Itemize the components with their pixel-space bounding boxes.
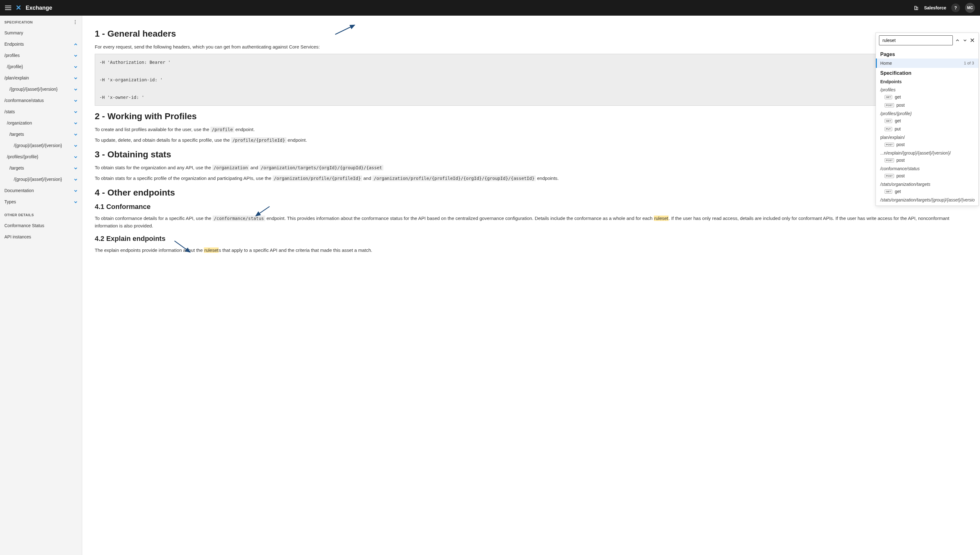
- sidebar-endpoint-item[interactable]: /organization: [0, 117, 82, 128]
- help-button[interactable]: ?: [951, 3, 960, 12]
- inline-code: /profile/{profileId}: [231, 137, 286, 143]
- sidebar-endpoint-item[interactable]: /targets: [0, 162, 82, 174]
- inline-code: /organization/profile/{profileId}: [273, 175, 362, 181]
- search-result-method[interactable]: GETget: [876, 93, 978, 101]
- sidebar-endpoint-item[interactable]: /{profile}: [0, 61, 82, 72]
- chevron-down-icon: [74, 189, 78, 192]
- prev-match-button[interactable]: [954, 37, 960, 43]
- close-icon[interactable]: ✕: [970, 37, 975, 44]
- highlight: ruleset: [204, 247, 219, 253]
- sidebar-endpoints[interactable]: Endpoints: [0, 38, 82, 50]
- paragraph: To create and list profiles available fo…: [95, 126, 967, 133]
- chevron-down-icon: [74, 155, 78, 159]
- paragraph: For every request, send the following he…: [95, 43, 967, 51]
- chevron-down-icon: [74, 53, 78, 57]
- chevron-down-icon: [74, 121, 78, 125]
- sidebar-endpoint-item[interactable]: /{group}/{asset}/{version}: [0, 174, 82, 185]
- svg-rect-1: [916, 7, 918, 10]
- org-icon: [914, 5, 919, 10]
- hamburger-menu[interactable]: [5, 6, 11, 10]
- paragraph: The explain endpoints provide informatio…: [95, 247, 967, 254]
- search-result-path[interactable]: /profiles/{profile}: [876, 109, 978, 117]
- paragraph: To obtain stats for the organization and…: [95, 164, 967, 172]
- app-title: Exchange: [26, 5, 52, 11]
- sidebar-endpoint-item[interactable]: /targets: [0, 128, 82, 140]
- paragraph: To update, delete, and obtain details fo…: [95, 136, 967, 144]
- search-result-path[interactable]: /profiles: [876, 85, 978, 93]
- search-panel: ✕ Pages Home 1 of 3 Specification Endpoi…: [876, 32, 979, 206]
- sidebar-summary[interactable]: Summary: [0, 27, 82, 38]
- sidebar-endpoint-item[interactable]: /profiles: [0, 50, 82, 61]
- method-badge: PUT: [885, 127, 892, 131]
- search-input[interactable]: [879, 35, 953, 45]
- inline-code: /conformance/status: [213, 215, 265, 221]
- method-badge: GET: [885, 189, 892, 194]
- sidebar-endpoint-item[interactable]: /profiles/{profile}: [0, 151, 82, 162]
- search-result-method[interactable]: POSTpost: [876, 172, 978, 180]
- heading-3: 3 - Obtaining stats: [95, 149, 967, 160]
- sidebar-endpoint-item[interactable]: /plan/explain: [0, 72, 82, 83]
- search-section-pages: Pages: [876, 49, 978, 58]
- avatar[interactable]: MC: [965, 3, 975, 13]
- chevron-down-icon: [74, 132, 78, 136]
- sidebar: SPECIFICATION Summary Endpoints /profile…: [0, 16, 82, 555]
- search-result-path[interactable]: /conformance/status: [876, 164, 978, 172]
- chevron-down-icon: [74, 76, 78, 80]
- heading-2: 2 - Working with Profiles: [95, 111, 967, 121]
- chevron-down-icon: [74, 200, 78, 204]
- highlight: ruleset: [654, 215, 668, 221]
- search-result-method[interactable]: POSTpost: [876, 101, 978, 109]
- match-count: 1 of 3: [964, 61, 974, 66]
- inline-code: /organization/targets/{orgId}/{groupId}/…: [259, 165, 384, 170]
- method-badge: GET: [885, 95, 892, 99]
- code-block: -H 'Authorization: Bearer ' -H 'x-organi…: [95, 54, 967, 106]
- search-result-path[interactable]: /stats/organization/targets/{group}/{ass…: [876, 196, 978, 203]
- chevron-down-icon: [74, 166, 78, 170]
- search-result-method[interactable]: POSTpost: [876, 141, 978, 149]
- method-badge: POST: [885, 174, 894, 178]
- search-result-path[interactable]: /stats/organization/targets: [876, 180, 978, 188]
- heading-4: 4 - Other endpoints: [95, 188, 967, 198]
- chevron-down-icon: [74, 65, 78, 69]
- sidebar-documentation[interactable]: Documentation: [0, 185, 82, 196]
- sidebar-api-instances[interactable]: API instances: [0, 231, 82, 242]
- chevron-down-icon: [74, 110, 78, 114]
- paragraph: To obtain stats for a specific profile o…: [95, 175, 967, 182]
- search-result-path[interactable]: plan/explain/: [876, 133, 978, 141]
- paragraph: To obtain conformance details for a spec…: [95, 215, 967, 229]
- inline-code: /organization/profile/{profileId}/{orgId…: [372, 175, 536, 181]
- heading-42: 4.2 Explain endpoints: [95, 235, 967, 243]
- method-badge: POST: [885, 143, 894, 147]
- method-badge: POST: [885, 103, 894, 107]
- logo-icon: ✕: [16, 4, 21, 12]
- heading-1: 1 - General headers: [95, 29, 967, 39]
- sidebar-types[interactable]: Types: [0, 196, 82, 207]
- sidebar-endpoint-item[interactable]: /{group}/{asset}/{version}: [0, 83, 82, 95]
- search-result-method[interactable]: GETget: [876, 117, 978, 125]
- chevron-down-icon: [74, 177, 78, 181]
- sidebar-conformance[interactable]: Conformance Status: [0, 220, 82, 231]
- search-result-method[interactable]: POSTpost: [876, 156, 978, 164]
- chevron-up-icon: [74, 42, 78, 46]
- chevron-down-icon: [74, 99, 78, 102]
- inline-code: /profile: [211, 127, 234, 132]
- heading-41: 4.1 Conformance: [95, 203, 967, 211]
- search-result-method[interactable]: GETget: [876, 188, 978, 196]
- main-content: 1 - General headers For every request, s…: [82, 16, 980, 555]
- org-name[interactable]: Salesforce: [924, 5, 946, 10]
- kebab-menu[interactable]: [72, 20, 78, 24]
- search-subsection-endpoints: Endpoints: [876, 77, 978, 85]
- method-badge: GET: [885, 119, 892, 123]
- chevron-down-icon: [74, 87, 78, 91]
- search-result-path[interactable]: ...n/explain/{group}/{asset}/{version}/: [876, 149, 978, 156]
- sidebar-section-other: OTHER DETAILS: [4, 213, 34, 217]
- sidebar-endpoint-item[interactable]: /conformance/status: [0, 95, 82, 106]
- search-result-method[interactable]: PUTput: [876, 125, 978, 133]
- inline-code: /organization: [212, 165, 249, 170]
- chevron-down-icon: [74, 144, 78, 148]
- next-match-button[interactable]: [962, 37, 968, 43]
- sidebar-endpoint-item[interactable]: /stats: [0, 106, 82, 117]
- sidebar-endpoint-item[interactable]: /{group}/{asset}/{version}: [0, 140, 82, 151]
- method-badge: POST: [885, 158, 894, 162]
- search-result-home[interactable]: Home 1 of 3: [876, 58, 978, 68]
